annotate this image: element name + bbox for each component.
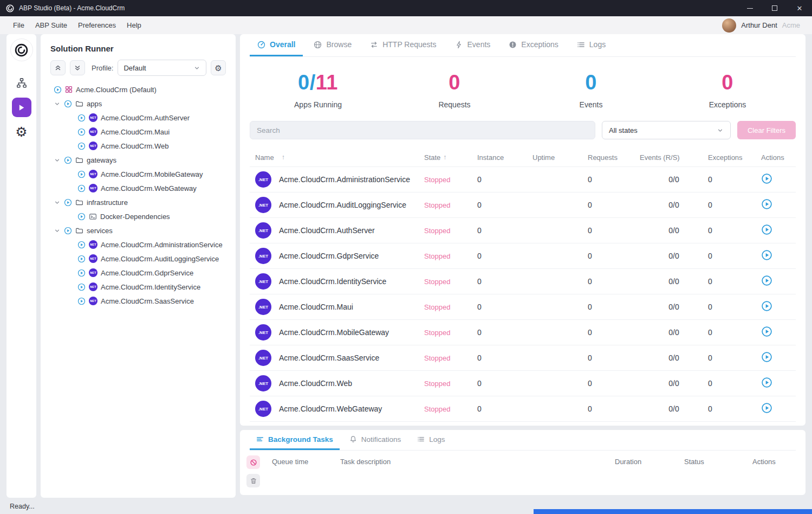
tab-notifications[interactable]: Notifications (343, 430, 408, 450)
table-row[interactable]: .NETAcme.CloudCrm.AuditLoggingService St… (250, 192, 796, 217)
runner-settings-button[interactable]: ⚙ (211, 60, 226, 75)
tree-item-solution[interactable]: Acme.CloudCrm (Default) (41, 82, 236, 97)
tree-item-app[interactable]: NET Acme.CloudCrm.AuthServer (41, 111, 236, 125)
play-circle-icon[interactable] (77, 255, 86, 263)
column-exceptions[interactable]: Exceptions (708, 153, 761, 162)
start-app-button[interactable] (761, 300, 773, 312)
tree-item-label: gateways (87, 156, 116, 164)
play-circle-icon[interactable] (77, 142, 86, 150)
play-circle-icon[interactable] (77, 114, 86, 122)
tab-logs[interactable]: Logs (569, 34, 613, 56)
clear-tasks-button[interactable] (246, 474, 260, 487)
collapse-all-icon (54, 64, 62, 72)
tree-item-app[interactable]: NET Acme.CloudCrm.AuditLoggingService (41, 252, 236, 266)
chevron-down-icon[interactable] (54, 227, 61, 234)
search-input[interactable] (250, 121, 595, 139)
settings-button[interactable]: ⚙ (12, 122, 31, 142)
tab-overall[interactable]: Overall (250, 34, 303, 56)
tree-item-folder-gateways[interactable]: gateways (41, 153, 236, 167)
table-row[interactable]: .NETAcme.CloudCrm.WebGateway Stopped 0 0… (250, 396, 796, 421)
minimize-button[interactable] (737, 0, 762, 16)
play-circle-icon[interactable] (64, 198, 72, 207)
collapse-all-button[interactable] (50, 60, 66, 75)
tree-item-app[interactable]: NET Acme.CloudCrm.Maui (41, 125, 236, 139)
table-row[interactable]: .NETAcme.CloudCrm.IdentityService Stoppe… (250, 268, 796, 294)
tree-item-folder-services[interactable]: services (41, 223, 236, 237)
column-state[interactable]: State (424, 153, 440, 162)
start-app-button[interactable] (761, 402, 773, 414)
column-instance[interactable]: Instance (477, 153, 532, 162)
table-row[interactable]: .NETAcme.CloudCrm.MobileGateway Stopped … (250, 319, 796, 345)
tree-item-app[interactable]: NET Acme.CloudCrm.WebGateway (41, 181, 236, 195)
column-uptime[interactable]: Uptime (532, 153, 588, 162)
play-circle-icon[interactable] (77, 213, 86, 221)
expand-all-button[interactable] (70, 60, 85, 75)
maximize-button[interactable] (762, 0, 787, 16)
play-circle-icon[interactable] (77, 241, 86, 249)
menu-help[interactable]: Help (121, 21, 147, 29)
start-app-button[interactable] (761, 326, 773, 338)
play-circle-icon[interactable] (77, 184, 86, 192)
tree-item-folder-infrastructure[interactable]: infrastructure (41, 195, 236, 209)
tab-http-requests[interactable]: HTTP Requests (362, 34, 444, 56)
menu-preferences[interactable]: Preferences (73, 21, 121, 29)
tree-item-app[interactable]: NET Acme.CloudCrm.GdprService (41, 266, 236, 280)
play-circle-icon[interactable] (77, 269, 86, 277)
start-app-button[interactable] (761, 275, 773, 287)
table-row[interactable]: .NETAcme.CloudCrm.Maui Stopped 0 0 0/0 0 (250, 294, 796, 319)
play-circle-icon[interactable] (64, 100, 72, 108)
tab-browse[interactable]: Browse (306, 34, 359, 56)
solution-explorer-button[interactable] (12, 73, 31, 93)
abp-logo-button[interactable] (10, 38, 33, 61)
play-circle-icon[interactable] (54, 86, 62, 94)
tree-item-app[interactable]: NET Acme.CloudCrm.IdentityService (41, 280, 236, 294)
tree-item-app[interactable]: NET Acme.CloudCrm.AdministrationService (41, 237, 236, 252)
menu-file[interactable]: File (8, 21, 30, 29)
clear-filters-button[interactable]: Clear Filters (737, 121, 796, 139)
play-circle-icon[interactable] (77, 297, 86, 305)
start-app-button[interactable] (761, 173, 773, 185)
chevron-down-icon[interactable] (54, 100, 61, 107)
tree-item-app[interactable]: NET Acme.CloudCrm.Web (41, 139, 236, 153)
play-circle-icon[interactable] (64, 227, 72, 235)
start-app-button[interactable] (761, 198, 773, 210)
play-circle-icon[interactable] (77, 283, 86, 291)
start-app-button[interactable] (761, 377, 773, 389)
tree-item-label: Acme.CloudCrm.AdministrationService (101, 241, 223, 249)
exceptions-count: 0 (708, 252, 761, 260)
tab-exceptions[interactable]: Exceptions (501, 34, 566, 56)
column-events[interactable]: Events (R/S) (640, 153, 708, 162)
trash-icon (250, 477, 257, 485)
table-row[interactable]: .NETAcme.CloudCrm.AdministrationService … (250, 166, 796, 192)
sort-up-icon: ↑ (282, 153, 285, 161)
play-circle-icon[interactable] (64, 156, 72, 164)
close-button[interactable]: ✕ (787, 0, 812, 16)
cancel-tasks-button[interactable] (246, 455, 260, 469)
user-avatar[interactable] (722, 18, 736, 33)
tab-events[interactable]: Events (447, 34, 498, 56)
play-circle-icon[interactable] (77, 128, 86, 136)
start-app-button[interactable] (761, 249, 773, 261)
profile-select[interactable]: Default (118, 60, 206, 76)
column-requests[interactable]: Requests (588, 153, 640, 162)
user-area[interactable]: Arthur Dent Acme (722, 18, 804, 33)
play-circle-icon[interactable] (77, 170, 86, 178)
tree-item-docker[interactable]: Docker-Dependencies (41, 209, 236, 223)
solution-runner-button[interactable] (12, 98, 31, 117)
start-app-button[interactable] (761, 224, 773, 236)
tree-item-app[interactable]: NET Acme.CloudCrm.MobileGateway (41, 167, 236, 181)
tab-background-tasks[interactable]: Background Tasks (250, 430, 340, 450)
column-name[interactable]: Name (255, 153, 274, 162)
tree-item-folder-apps[interactable]: apps (41, 97, 236, 111)
start-app-button[interactable] (761, 351, 773, 363)
table-row[interactable]: .NETAcme.CloudCrm.GdprService Stopped 0 … (250, 243, 796, 268)
tree-item-app[interactable]: NET Acme.CloudCrm.SaasService (41, 294, 236, 308)
tab-bottom-logs[interactable]: Logs (411, 430, 451, 450)
table-row[interactable]: .NETAcme.CloudCrm.AuthServer Stopped 0 0… (250, 217, 796, 243)
chevron-down-icon[interactable] (54, 157, 61, 164)
chevron-down-icon[interactable] (54, 199, 61, 206)
table-row[interactable]: .NETAcme.CloudCrm.SaasService Stopped 0 … (250, 345, 796, 370)
state-filter-select[interactable]: All states (602, 121, 731, 139)
table-row[interactable]: .NETAcme.CloudCrm.Web Stopped 0 0 0/0 0 (250, 370, 796, 396)
menu-abp-suite[interactable]: ABP Suite (30, 21, 73, 29)
